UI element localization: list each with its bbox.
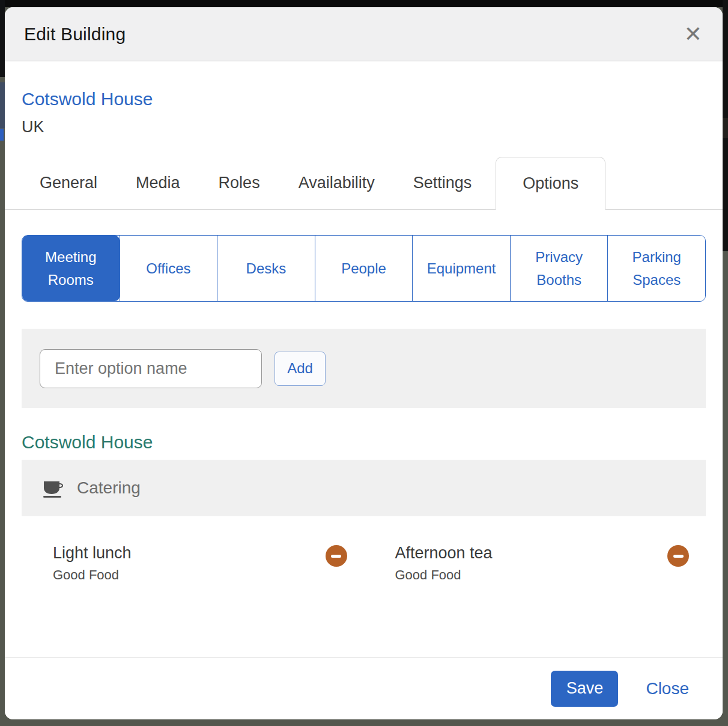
close-icon[interactable]: ✕: [684, 23, 702, 45]
background-page-strip: [0, 0, 728, 7]
option-item-vendor: Good Food: [395, 567, 493, 583]
tab-general[interactable]: General: [40, 157, 97, 209]
option-tab-privacy-booths[interactable]: Privacy Booths: [510, 236, 608, 301]
option-item-name: Afternoon tea: [395, 544, 493, 563]
background-page-fragment: [723, 118, 728, 138]
add-option-button[interactable]: Add: [275, 352, 326, 386]
dialog-body: Cotswold House UK General Media Roles Av…: [5, 61, 723, 719]
save-button[interactable]: Save: [551, 671, 618, 707]
main-tab-bar: General Media Roles Availability Setting…: [5, 157, 723, 210]
tab-roles[interactable]: Roles: [219, 157, 260, 209]
option-item-vendor: Good Food: [53, 567, 132, 583]
screen: Edit Building ✕ Cotswold House UK Genera…: [0, 0, 728, 726]
tab-options[interactable]: Options: [496, 157, 605, 210]
background-page-fragment: [0, 0, 5, 77]
background-page-fragment: [0, 129, 4, 141]
tab-availability[interactable]: Availability: [299, 157, 375, 209]
option-category-bar: Meeting Rooms Offices Desks People Equip…: [22, 235, 706, 302]
building-name-link[interactable]: Cotswold House: [22, 89, 706, 109]
option-tab-offices[interactable]: Offices: [120, 236, 217, 301]
edit-building-dialog: Edit Building ✕ Cotswold House UK Genera…: [5, 7, 723, 719]
option-item-name: Light lunch: [53, 544, 132, 563]
background-page-fragment: [0, 82, 5, 128]
coffee-cup-icon: [42, 478, 65, 498]
dialog-title: Edit Building: [24, 24, 126, 44]
building-country: UK: [22, 118, 706, 136]
option-tab-desks[interactable]: Desks: [217, 236, 315, 301]
add-option-band: Add: [22, 329, 706, 408]
category-header-catering[interactable]: Catering: [22, 460, 706, 516]
option-tab-equipment[interactable]: Equipment: [412, 236, 510, 301]
tab-settings[interactable]: Settings: [413, 157, 472, 209]
category-label: Catering: [77, 478, 141, 498]
option-tab-parking-spaces[interactable]: Parking Spaces: [607, 236, 705, 301]
dialog-footer: Save Close: [5, 657, 723, 719]
tab-media[interactable]: Media: [136, 157, 180, 209]
remove-option-icon[interactable]: [667, 545, 689, 567]
option-name-input[interactable]: [40, 349, 262, 388]
option-tab-people[interactable]: People: [315, 236, 413, 301]
option-items: Light lunch Good Food Afternoon tea Good…: [22, 544, 706, 583]
close-button[interactable]: Close: [646, 679, 689, 698]
option-tab-meeting-rooms[interactable]: Meeting Rooms: [22, 236, 120, 301]
building-section-heading: Cotswold House: [22, 432, 706, 453]
remove-option-icon[interactable]: [326, 545, 347, 567]
option-item: Light lunch Good Food: [22, 544, 364, 583]
option-item: Afternoon tea Good Food: [364, 544, 706, 583]
dialog-header: Edit Building ✕: [5, 7, 723, 61]
